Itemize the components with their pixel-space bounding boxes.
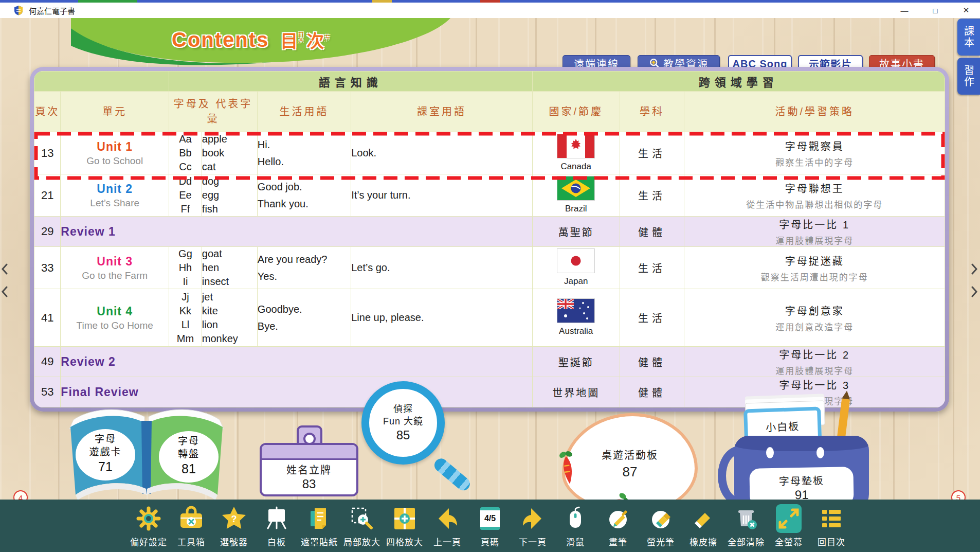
- minimize-button[interactable]: —: [898, 6, 911, 15]
- page-number-cell: 13: [34, 132, 61, 174]
- table-row-unit-1[interactable]: 13 Unit 1 Go to School Aa Bb Cc apple bo…: [34, 132, 945, 174]
- eraser-icon: [682, 504, 725, 533]
- zoom-quad-button[interactable]: 四格放大: [384, 504, 426, 548]
- col-header-classroom: 課室用語: [351, 92, 532, 132]
- activity-cell: 字母觀察員 觀察生活中的字母: [684, 132, 945, 174]
- subject-cell: 生活: [620, 247, 684, 289]
- country-cell: Canada: [532, 132, 620, 174]
- tab-textbook[interactable]: 課本: [957, 19, 980, 56]
- page-number-cell: 41: [34, 289, 61, 347]
- materials-book[interactable]: 字母 遊戲卡 71 字母 轉盤 81: [44, 401, 249, 510]
- eraser-button[interactable]: 橡皮擦: [682, 504, 725, 548]
- canada-flag: [557, 134, 594, 158]
- next-page-button[interactable]: 下一頁: [512, 504, 554, 548]
- stand-band: [262, 445, 356, 460]
- prev-page-button[interactable]: 上一頁: [426, 504, 469, 548]
- unit-cell: Unit 3 Go to the Farm: [61, 247, 169, 289]
- letters-cell: Aa Bb Cc: [169, 132, 202, 174]
- prev-page-edge-button[interactable]: [1, 263, 9, 297]
- svg-text:?: ?: [231, 514, 237, 524]
- review-name-cell: Review 1: [61, 217, 532, 247]
- mouse-mode-button[interactable]: 滑鼠: [554, 504, 597, 548]
- activity-cell: 字母比一比 1 運用肢體展現字母: [684, 217, 945, 247]
- col-header-subject: 學科: [620, 92, 684, 132]
- group-header-language: 語言知識: [169, 72, 533, 92]
- table-row-unit-2[interactable]: 21 Unit 2 Let’s Share Dd Ee Ff dog egg f…: [34, 174, 945, 217]
- gear-icon: [128, 504, 170, 533]
- page-number-cell: 21: [34, 174, 61, 217]
- quad-grid-icon: [384, 504, 426, 533]
- unit-cell: Unit 4 Time to Go Home: [61, 289, 169, 347]
- activity-cell: 字母聯想王 從生活中物品聯想出相似的字母: [684, 174, 945, 217]
- col-header-country: 國家/節慶: [532, 92, 620, 132]
- mask-sticker-button[interactable]: 遮罩貼紙: [298, 504, 341, 548]
- activity-cell: 字母創意家 運用創意改造字母: [684, 289, 945, 347]
- activity-cell: 字母捉迷藏 觀察生活周遭出現的字母: [684, 247, 945, 289]
- pen-button[interactable]: 畫筆: [597, 504, 640, 548]
- words-cell: jet kite lion monkey: [202, 289, 257, 347]
- col-header-activity: 活動/學習策略: [684, 92, 945, 132]
- words-cell: goat hen insect: [202, 247, 257, 289]
- preferences-button[interactable]: 偏好設定: [128, 504, 170, 548]
- fullscreen-button[interactable]: 全螢幕: [768, 504, 810, 548]
- unit-name: Unit 3: [61, 255, 169, 269]
- maximize-button[interactable]: □: [929, 6, 942, 15]
- daily-phrases-cell: Are you ready? Yes.: [257, 247, 351, 289]
- mouse-icon: [554, 504, 597, 533]
- page-number-cell: 29: [34, 217, 61, 247]
- name-stand-page: 83: [262, 477, 356, 491]
- number-picker-button[interactable]: ? 選號器: [213, 504, 256, 548]
- festival-cell: 聖誕節: [532, 347, 620, 377]
- daily-phrases-cell: Goodbye. Bye.: [257, 289, 351, 347]
- words-cell: dog egg fish: [202, 174, 257, 217]
- col-header-letters: 字母及 代表字彙: [169, 92, 258, 132]
- board-game-page: 87: [623, 464, 638, 480]
- arrow-left-icon: [426, 504, 469, 533]
- pen-icon: [597, 504, 640, 533]
- clear-all-button[interactable]: 全部清除: [725, 504, 768, 548]
- group-header-cross-domain: 跨領域學習: [532, 72, 945, 92]
- subject-cell: 生活: [620, 174, 684, 217]
- area-magnifier-icon: [341, 504, 384, 533]
- titlebar: 何嘉仁電子書 — □ ✕: [0, 3, 980, 19]
- country-cell: Australia: [532, 289, 620, 347]
- fun-magnifier-card[interactable]: 偵探 Fun 大鏡 85: [361, 381, 445, 465]
- next-page-edge-button[interactable]: [971, 263, 979, 297]
- country-cell: Brazil: [532, 174, 620, 217]
- unit-subtitle: Let’s Share: [61, 198, 169, 209]
- unit-name: Unit 1: [61, 140, 169, 154]
- back-to-contents-button[interactable]: 回目次: [810, 504, 853, 548]
- table-row-unit-4[interactable]: 41 Unit 4 Time to Go Home Jj Kk Ll Mm je…: [34, 289, 945, 347]
- bottom-toolbar: 偏好設定 工具箱 ? 選號器 白板 遮罩貼紙 局部放大 四格放大: [0, 500, 980, 552]
- letters-cell: Gg Hh Ii: [169, 247, 202, 289]
- daily-phrases-cell: Good job. Thank you.: [257, 174, 351, 217]
- country-name: Australia: [533, 326, 620, 336]
- subject-cell: 生活: [620, 132, 684, 174]
- table-row-unit-3[interactable]: 33 Unit 3 Go to the Farm Gg Hh Ii goat h…: [34, 247, 945, 289]
- classroom-phrases-cell: It’s your turn.: [351, 174, 532, 217]
- classroom-phrases-cell: Look.: [351, 132, 532, 174]
- whiteboard-button[interactable]: 白板: [256, 504, 298, 548]
- australia-flag: [557, 299, 594, 323]
- chevron-right-icon: [971, 263, 978, 275]
- highlighter-button[interactable]: 螢光筆: [640, 504, 682, 548]
- spinner-label: 字母 轉盤 81: [158, 435, 220, 476]
- zoom-area-button[interactable]: 局部放大: [341, 504, 384, 548]
- review-name-cell: Review 2: [61, 347, 532, 377]
- magnifier-handle-icon: [432, 456, 473, 493]
- materials-basket[interactable]: 小白板 89 字母墊板 91: [726, 399, 880, 513]
- highlighter-icon: [640, 504, 682, 533]
- close-button[interactable]: ✕: [959, 6, 973, 15]
- subject-cell: 健體: [620, 347, 684, 377]
- tab-workbook[interactable]: 習作: [957, 58, 980, 95]
- board-game-card[interactable]: 桌遊活動板 87: [562, 413, 698, 514]
- table-header-row: 頁次 單元 字母及 代表字彙 生活用語 課室用語 國家/節慶 學科 活動/學習策…: [34, 92, 945, 132]
- table-row-review-2[interactable]: 49 Review 2 聖誕節 健體 字母比一比 2 運用肢體展現字母: [34, 347, 945, 377]
- contents-table-frame: 語言知識 跨領域學習 頁次 單元 字母及 代表字彙 生活用語 課室用語 國家/節…: [30, 67, 949, 412]
- table-row-review-1[interactable]: 29 Review 1 萬聖節 健體 字母比一比 1 運用肢體展現字母: [34, 217, 945, 247]
- unit-name: Unit 4: [61, 305, 169, 318]
- toolbox-button[interactable]: 工具箱: [170, 504, 213, 548]
- contents-title-zh: 目 ㄇㄨˋ 次 ㄘˋ: [280, 27, 333, 52]
- page-number-button[interactable]: 4/5 頁碼: [469, 504, 512, 548]
- letters-cell: Dd Ee Ff: [169, 174, 202, 217]
